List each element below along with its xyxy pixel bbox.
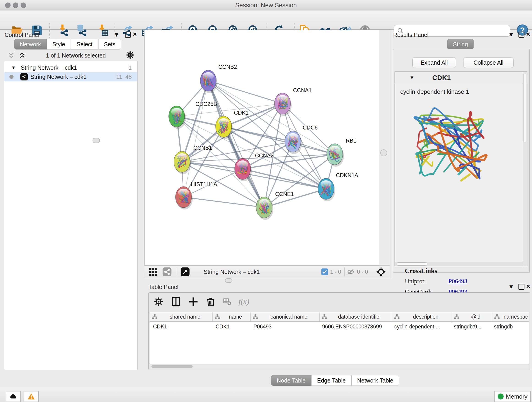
column-header-canonical-name[interactable]: canonical name: [251, 312, 320, 321]
table-row[interactable]: CDK1CDK1P064939606.ENSP00000378699cyclin…: [150, 322, 529, 332]
table-panel-maximize-button[interactable]: [519, 284, 525, 290]
tab-network[interactable]: Network: [14, 39, 47, 50]
network-node-CCNE1[interactable]: CCNE1: [256, 191, 294, 220]
network-node-CDC6[interactable]: CDC6: [285, 124, 317, 154]
table-cell[interactable]: stringdb: [491, 324, 529, 330]
tab-select[interactable]: Select: [71, 39, 98, 50]
network-row[interactable]: String Network – cdk1 11 48: [4, 72, 137, 81]
network-collection-row[interactable]: ▼ String Network – cdk1 1: [4, 63, 137, 72]
control-panel-maximize-button[interactable]: [125, 32, 131, 38]
network-edges[interactable]: [177, 81, 335, 207]
control-panel-close-button[interactable]: ×: [133, 31, 137, 37]
network-view-icon[interactable]: [162, 267, 172, 277]
import-network-file-button[interactable]: [57, 24, 70, 37]
tab-edge-table[interactable]: Edge Table: [311, 375, 351, 386]
memory-status-dot: [498, 394, 504, 400]
tab-node-table[interactable]: Node Table: [271, 375, 311, 386]
tab-sets[interactable]: Sets: [98, 39, 121, 50]
tab-style[interactable]: Style: [47, 39, 71, 50]
column-header-label: shared name: [158, 314, 212, 320]
delete-table-icon[interactable]: [223, 297, 232, 306]
scrollbar-thumb[interactable]: [396, 262, 427, 266]
table-cell[interactable]: CDK1: [212, 324, 250, 330]
hidden-eye-icon[interactable]: [347, 268, 355, 276]
column-attribute-icon: [494, 314, 500, 320]
column-attribute-icon: [394, 314, 400, 320]
results-horizontal-scrollbar[interactable]: [395, 262, 523, 266]
collapse-all-networks-icon[interactable]: [7, 52, 15, 59]
edge-CCNB2-CCNE1[interactable]: [208, 81, 264, 207]
cytoscape-window: Session: New Session: [0, 0, 532, 402]
table-cell[interactable]: stringdb:9...: [451, 324, 491, 330]
edge-HIST1H1A-CCNE1[interactable]: [184, 197, 264, 207]
cloud-icon: [9, 393, 17, 400]
column-header-database-identifier[interactable]: database identifier: [320, 312, 392, 321]
results-vertical-scrollbar[interactable]: [523, 72, 527, 266]
tab-network-table[interactable]: Network Table: [351, 375, 399, 386]
network-view-toolbar: String Network – cdk1 1 - 0 0 - 0: [144, 265, 390, 278]
table-cell[interactable]: P06493: [250, 324, 319, 330]
table-cell[interactable]: CDK1: [150, 324, 212, 330]
collection-expand-caret[interactable]: ▼: [11, 65, 16, 70]
birdseye-crosshair-icon[interactable]: [376, 267, 386, 277]
network-graph[interactable]: CCNB2CCNA1CDC25BCDK1CDC6RB1CCNB1CCNA2CDK…: [145, 30, 380, 265]
import-network-database-button[interactable]: [75, 24, 88, 37]
import-table-button[interactable]: [96, 24, 109, 37]
network-node-CDC25B[interactable]: CDC25B: [169, 101, 217, 129]
table-cell[interactable]: cyclin-dependent ...: [391, 324, 451, 330]
column-header-description[interactable]: description: [392, 312, 452, 321]
edge-CDK1-RB1[interactable]: [224, 127, 335, 154]
network-node-CCNB2[interactable]: CCNB2: [200, 64, 237, 93]
selected-checkbox-icon[interactable]: [321, 268, 328, 275]
scrollbar-thumb[interactable]: [152, 365, 193, 368]
splitter-grip[interactable]: [380, 149, 387, 156]
protein-card-header[interactable]: ▼ CDK1: [395, 72, 527, 84]
crosslink-label: Uniprot:: [405, 278, 448, 285]
delete-column-icon[interactable]: [206, 296, 216, 307]
tab-string[interactable]: String: [447, 39, 474, 50]
column-header-shared-name[interactable]: shared name: [150, 312, 213, 321]
expand-all-button[interactable]: Expand All: [412, 57, 456, 68]
collapse-caret-icon[interactable]: ▼: [409, 75, 414, 81]
column-attribute-icon: [215, 314, 220, 320]
vertical-splitter[interactable]: [390, 30, 392, 278]
current-network-name: String Network – cdk1: [204, 269, 260, 275]
table-cell[interactable]: 9606.ENSP00000378699: [319, 324, 391, 330]
detach-view-icon[interactable]: [180, 267, 190, 277]
create-column-icon[interactable]: [188, 296, 199, 307]
network-node-CCNA1[interactable]: CCNA1: [274, 87, 312, 116]
results-panel-maximize-button[interactable]: [519, 32, 525, 38]
collapse-all-button[interactable]: Collapse All: [463, 57, 514, 68]
splitter-grip[interactable]: [93, 138, 100, 143]
network-options-button[interactable]: [126, 51, 137, 61]
table-panel-float-button[interactable]: ▼: [508, 284, 514, 290]
cloud-status-button[interactable]: [6, 391, 21, 402]
edge-CDKN1A-CCNE1[interactable]: [264, 189, 326, 207]
column-header-namespac[interactable]: namespac: [492, 312, 529, 321]
column-header-@id[interactable]: @id: [452, 312, 492, 321]
edge-CCNA2-CDKN1A[interactable]: [243, 169, 326, 189]
network-node-CCNB1[interactable]: CCNB1: [174, 145, 212, 174]
network-node-RB1[interactable]: RB1: [327, 138, 356, 167]
network-node-HIST1H1A[interactable]: HIST1H1A: [176, 181, 217, 210]
network-node-CDKN1A[interactable]: CDKN1A: [318, 172, 358, 201]
show-columns-icon[interactable]: [171, 296, 181, 307]
function-builder-button[interactable]: f(x): [239, 297, 249, 306]
control-panel-float-button[interactable]: ▼: [114, 32, 120, 38]
crosslink-link[interactable]: P06493: [448, 278, 467, 285]
grid-view-icon[interactable]: [148, 267, 158, 277]
table-options-gear-icon[interactable]: [153, 296, 164, 307]
results-panel-close-button[interactable]: ×: [526, 31, 530, 37]
splitter-grip[interactable]: [225, 278, 232, 283]
memory-button[interactable]: Memory: [494, 391, 531, 402]
expand-all-networks-icon[interactable]: [18, 52, 26, 59]
column-header-name[interactable]: name: [213, 312, 251, 321]
string-network-icon: [20, 73, 28, 80]
results-panel-float-button[interactable]: ▼: [508, 32, 514, 38]
network-canvas[interactable]: CCNB2CCNA1CDC25BCDK1CDC6RB1CCNB1CCNA2CDK…: [144, 30, 380, 265]
edge-CCNB2-CCNA1[interactable]: [208, 81, 283, 104]
warnings-button[interactable]: [24, 391, 39, 402]
table-panel-close-button[interactable]: ×: [526, 283, 530, 289]
scrollbar-thumb[interactable]: [524, 73, 526, 142]
table-horizontal-scrollbar[interactable]: [150, 364, 529, 369]
